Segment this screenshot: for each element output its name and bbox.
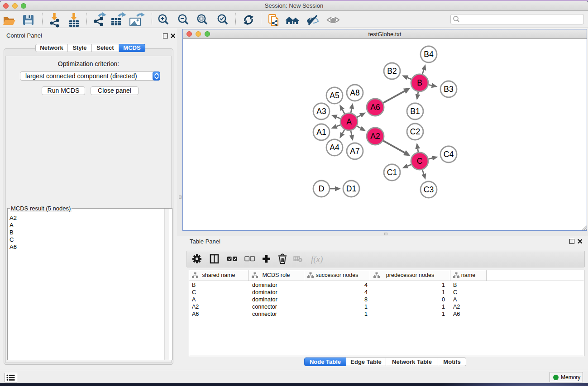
svg-text:f(x): f(x) (311, 254, 323, 264)
svg-text:B3: B3 (444, 85, 453, 94)
svg-text:B1: B1 (410, 107, 420, 116)
svg-text:A1: A1 (316, 128, 326, 137)
svg-text:D: D (319, 184, 325, 193)
svg-text:A5: A5 (330, 91, 339, 100)
svg-text:A: A (346, 117, 352, 126)
svg-text:A4: A4 (330, 143, 339, 152)
svg-text:B2: B2 (387, 67, 397, 76)
svg-text:A6: A6 (370, 103, 380, 112)
svg-text:A3: A3 (316, 107, 326, 116)
svg-text:D1: D1 (346, 184, 356, 193)
svg-text:C4: C4 (444, 150, 454, 159)
svg-text:B: B (417, 78, 422, 87)
svg-text:A7: A7 (350, 147, 359, 156)
svg-text:A8: A8 (350, 88, 359, 97)
svg-text:A2: A2 (370, 132, 380, 141)
svg-text:C1: C1 (387, 168, 397, 177)
svg-text:C: C (417, 157, 423, 166)
svg-text:C2: C2 (410, 127, 420, 136)
svg-text:B4: B4 (424, 50, 434, 59)
svg-text:C3: C3 (424, 185, 434, 194)
